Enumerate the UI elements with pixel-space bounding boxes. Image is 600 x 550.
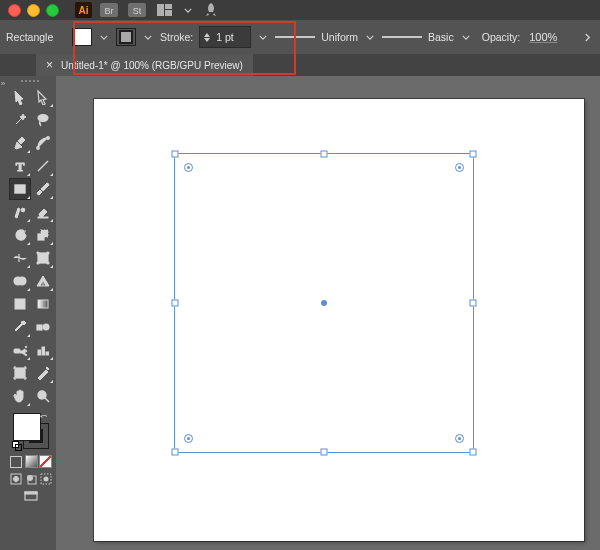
magic-wand-tool[interactable] xyxy=(9,109,31,131)
live-corner-widget-br[interactable] xyxy=(455,434,464,443)
stroke-weight-input[interactable] xyxy=(214,30,246,44)
window-zoom-button[interactable] xyxy=(46,4,59,17)
bridge-icon[interactable]: Br xyxy=(98,2,120,18)
curvature-tool[interactable] xyxy=(32,132,54,154)
stroke-weight-field[interactable] xyxy=(199,26,251,48)
shape-builder-tool[interactable] xyxy=(9,270,31,292)
direct-selection-tool[interactable] xyxy=(32,86,54,108)
svg-point-21 xyxy=(47,262,49,264)
resize-handle-ml[interactable] xyxy=(172,300,179,307)
rectangle-tool[interactable] xyxy=(9,178,31,200)
document-tab[interactable]: × Untitled-1* @ 100% (RGB/GPU Preview) xyxy=(36,54,253,76)
profile-label: Uniform xyxy=(321,31,358,43)
brush-definition-dropdown[interactable]: Basic xyxy=(382,27,454,47)
stroke-weight-dropdown[interactable] xyxy=(257,28,269,46)
stroke-weight-stepper[interactable] xyxy=(204,33,210,42)
svg-rect-33 xyxy=(42,347,45,355)
gradient-tool[interactable] xyxy=(32,293,54,315)
pen-tool[interactable] xyxy=(9,132,31,154)
swap-fill-stroke-icon[interactable]: ⤺ xyxy=(40,411,48,421)
resize-handle-tl[interactable] xyxy=(172,151,179,158)
symbol-sprayer-tool[interactable] xyxy=(9,339,31,361)
canvas-area[interactable] xyxy=(56,76,600,550)
scale-tool[interactable] xyxy=(32,224,54,246)
color-mode-button[interactable] xyxy=(9,454,24,469)
svg-point-42 xyxy=(43,476,48,481)
gradient-mode-button[interactable] xyxy=(24,454,39,469)
svg-rect-26 xyxy=(37,325,42,330)
rotate-tool[interactable] xyxy=(9,224,31,246)
perspective-grid-tool[interactable] xyxy=(32,270,54,292)
arrange-documents-dropdown[interactable] xyxy=(182,1,194,19)
resize-handle-tm[interactable] xyxy=(321,151,328,158)
svg-point-38 xyxy=(14,476,19,481)
blend-tool[interactable] xyxy=(32,316,54,338)
variable-width-profile-dropdown[interactable]: Uniform xyxy=(275,27,358,47)
close-tab-icon[interactable]: × xyxy=(46,59,53,71)
hand-tool[interactable] xyxy=(9,385,31,407)
svg-rect-44 xyxy=(25,492,37,494)
mesh-tool[interactable] xyxy=(9,293,31,315)
line-segment-tool[interactable] xyxy=(32,155,54,177)
svg-rect-13 xyxy=(15,185,25,193)
fill-swatch[interactable] xyxy=(72,28,92,46)
svg-point-27 xyxy=(43,324,49,330)
artboard[interactable] xyxy=(94,99,584,541)
window-minimize-button[interactable] xyxy=(27,4,40,17)
draw-normal-button[interactable] xyxy=(9,471,24,486)
window-titlebar: Ai Br St xyxy=(0,0,600,20)
brush-label: Basic xyxy=(428,31,454,43)
none-mode-button[interactable] xyxy=(38,454,53,469)
stock-icon[interactable]: St xyxy=(126,2,148,18)
draw-behind-button[interactable] xyxy=(24,471,39,486)
column-graph-tool[interactable] xyxy=(32,339,54,361)
live-corner-widget-bl[interactable] xyxy=(184,434,193,443)
fill-stroke-proxy[interactable]: ⤺ xyxy=(11,411,51,451)
tools-panel-gripper[interactable] xyxy=(9,78,53,84)
zoom-tool[interactable] xyxy=(32,385,54,407)
svg-point-36 xyxy=(38,391,46,399)
artboard-tool[interactable] xyxy=(9,362,31,384)
svg-point-23 xyxy=(18,277,26,285)
draw-inside-button[interactable] xyxy=(38,471,53,486)
screen-mode-button[interactable] xyxy=(9,488,53,503)
svg-text:T: T xyxy=(15,159,24,174)
brush-definition-caret[interactable] xyxy=(460,28,472,46)
tools-panel: T ⤺ xyxy=(6,76,56,550)
opacity-value[interactable]: 100% xyxy=(529,31,557,43)
stroke-swatch[interactable] xyxy=(116,28,136,46)
eraser-tool[interactable] xyxy=(32,201,54,223)
svg-rect-25 xyxy=(38,300,48,308)
svg-rect-8 xyxy=(165,10,172,16)
slice-tool[interactable] xyxy=(32,362,54,384)
svg-rect-16 xyxy=(41,230,48,237)
eyedropper-tool[interactable] xyxy=(9,316,31,338)
stroke-swatch-dropdown[interactable] xyxy=(142,28,154,46)
resize-handle-mr[interactable] xyxy=(470,300,477,307)
selected-rectangle[interactable] xyxy=(174,153,474,453)
default-fill-stroke-icon[interactable] xyxy=(12,441,22,451)
paintbrush-tool[interactable] xyxy=(32,178,54,200)
fill-proxy[interactable] xyxy=(13,413,41,441)
fill-swatch-dropdown[interactable] xyxy=(98,28,110,46)
live-corner-widget-tr[interactable] xyxy=(455,163,464,172)
shaper-tool[interactable] xyxy=(9,201,31,223)
resize-handle-bl[interactable] xyxy=(172,449,179,456)
resize-handle-br[interactable] xyxy=(470,449,477,456)
type-tool[interactable]: T xyxy=(9,155,31,177)
svg-point-31 xyxy=(25,354,27,356)
svg-point-18 xyxy=(37,252,39,254)
live-corner-widget-tl[interactable] xyxy=(184,163,193,172)
control-bar: Rectangle Stroke: Uniform Basic Opacity:… xyxy=(0,20,600,54)
free-transform-tool[interactable] xyxy=(32,247,54,269)
arrange-documents-icon[interactable] xyxy=(154,2,176,18)
window-close-button[interactable] xyxy=(8,4,21,17)
lasso-tool[interactable] xyxy=(32,109,54,131)
resize-handle-bm[interactable] xyxy=(321,449,328,456)
variable-width-profile-caret[interactable] xyxy=(364,28,376,46)
resize-handle-tr[interactable] xyxy=(470,151,477,158)
control-bar-more-icon[interactable] xyxy=(580,33,594,42)
gpu-rocket-icon[interactable] xyxy=(200,2,222,18)
selection-tool[interactable] xyxy=(9,86,31,108)
width-tool[interactable] xyxy=(9,247,31,269)
